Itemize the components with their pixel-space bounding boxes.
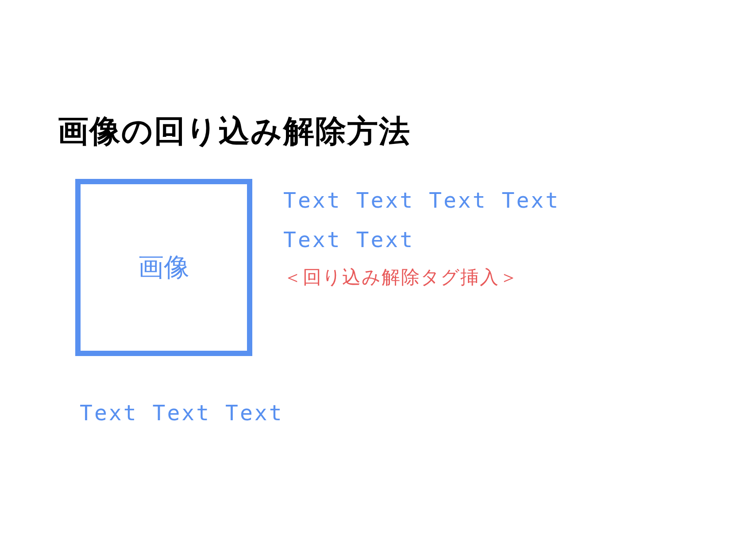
clear-float-tag-label: ＜回り込み解除タグ挿入＞ [283,265,560,290]
content-row: 画像 Text Text Text Text Text Text ＜回り込み解除… [58,179,677,356]
slide-title: 画像の回り込み解除方法 [58,111,677,152]
image-placeholder-box: 画像 [75,179,252,356]
image-placeholder-label: 画像 [138,250,189,285]
slide-container: 画像の回り込み解除方法 画像 Text Text Text Text Text … [58,111,677,425]
wrapped-text-block: Text Text Text Text Text Text ＜回り込み解除タグ挿… [283,179,560,290]
wrap-text-line-2: Text Text [283,223,560,257]
wrap-text-line-1: Text Text Text Text [283,183,560,217]
bottom-text-after-clear: Text Text Text [80,400,677,425]
